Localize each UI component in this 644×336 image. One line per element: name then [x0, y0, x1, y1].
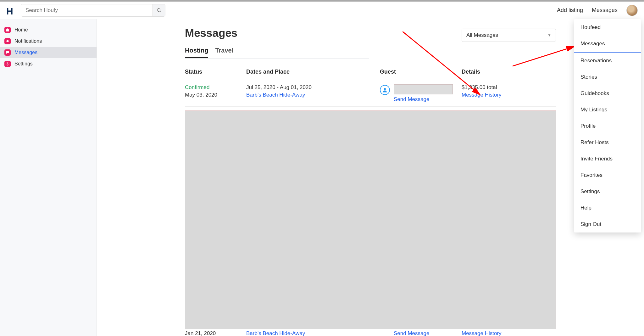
search-input[interactable]: [21, 4, 153, 16]
table-row: Confirmed May 03, 2020 Jul 25, 2020 - Au…: [185, 79, 556, 107]
message-icon: [4, 49, 11, 56]
date-range: Jul 25, 2020 - Aug 01, 2020: [246, 84, 380, 91]
sidebar-item-settings[interactable]: Settings: [0, 58, 97, 70]
dropdown-item-reservations[interactable]: Reservations: [574, 53, 641, 69]
dropdown-item-sign-out[interactable]: Sign Out: [574, 216, 641, 232]
dropdown-item-favorites[interactable]: Favorites: [574, 167, 641, 183]
search-icon: [157, 8, 162, 13]
user-dropdown-menu: Houfeed Messages Reservations Stories Gu…: [574, 19, 641, 232]
sidebar-item-label: Notifications: [14, 38, 42, 44]
guest-name-redacted: [394, 84, 453, 94]
redacted-content-block: [185, 110, 556, 329]
main-content: Messages All Messages ▼ Hosting Travel S…: [97, 19, 644, 336]
place-link[interactable]: Barb's Beach Hide-Away: [246, 330, 380, 336]
tab-hosting[interactable]: Hosting: [185, 47, 208, 58]
place-link[interactable]: Barb's Beach Hide-Away: [246, 92, 380, 98]
status-date: Jan 21, 2020: [185, 330, 246, 336]
sidebar: Home Notifications Messages Settings: [0, 19, 97, 336]
header-right: Add listing Messages: [557, 5, 640, 16]
sidebar-item-notifications[interactable]: Notifications: [0, 36, 97, 47]
gear-icon: [4, 61, 11, 67]
guest-avatar-icon: [380, 85, 390, 95]
dropdown-item-help[interactable]: Help: [574, 200, 641, 216]
sidebar-item-label: Messages: [14, 50, 37, 55]
messages-filter-select[interactable]: All Messages ▼: [462, 29, 556, 42]
column-details: Details: [462, 69, 556, 75]
dropdown-item-refer-hosts[interactable]: Refer Hosts: [574, 134, 641, 151]
table-row: Jan 21, 2020 Barb's Beach Hide-Away Send…: [185, 329, 556, 336]
status-date: May 03, 2020: [185, 92, 246, 98]
column-dates: Dates and Place: [246, 69, 380, 75]
messages-link[interactable]: Messages: [592, 7, 618, 14]
search-container: [21, 4, 165, 17]
chevron-down-icon: ▼: [547, 33, 551, 37]
search-button[interactable]: [153, 4, 165, 16]
column-status: Status: [185, 69, 246, 75]
tabs: Hosting Travel: [185, 47, 369, 59]
sidebar-item-label: Settings: [14, 61, 33, 67]
filter-selected-value: All Messages: [466, 32, 498, 38]
houfy-logo[interactable]: H: [6, 6, 15, 15]
status-value: Confirmed: [185, 84, 246, 91]
dropdown-item-messages[interactable]: Messages: [574, 36, 641, 53]
svg-point-0: [157, 8, 160, 11]
add-listing-link[interactable]: Add listing: [557, 7, 583, 14]
messages-table: Status Dates and Place Guest Details Con…: [185, 65, 556, 336]
dropdown-item-settings[interactable]: Settings: [574, 183, 641, 200]
table-header: Status Dates and Place Guest Details: [185, 65, 556, 79]
svg-point-3: [384, 88, 386, 90]
dropdown-item-my-listings[interactable]: My Listings: [574, 102, 641, 118]
tab-travel[interactable]: Travel: [215, 47, 233, 58]
svg-line-1: [160, 11, 161, 12]
column-guest: Guest: [380, 69, 462, 75]
user-avatar[interactable]: [626, 5, 638, 16]
dropdown-item-profile[interactable]: Profile: [574, 118, 641, 134]
bell-icon: [4, 38, 11, 44]
send-message-link[interactable]: Send Message: [394, 96, 453, 103]
booking-total: $1,335.00 total: [462, 84, 556, 91]
message-history-link[interactable]: Message History: [462, 330, 556, 336]
send-message-link[interactable]: Send Message: [394, 330, 429, 336]
app-header: H Add listing Messages: [0, 2, 644, 19]
dropdown-item-guidebooks[interactable]: Guidebooks: [574, 85, 641, 102]
sidebar-item-label: Home: [14, 27, 28, 33]
svg-point-2: [7, 64, 8, 64]
dropdown-item-invite-friends[interactable]: Invite Friends: [574, 151, 641, 167]
sidebar-item-messages[interactable]: Messages: [0, 47, 97, 58]
dropdown-item-houfeed[interactable]: Houfeed: [574, 19, 641, 36]
sidebar-item-home[interactable]: Home: [0, 24, 97, 36]
home-icon: [4, 27, 11, 33]
dropdown-item-stories[interactable]: Stories: [574, 69, 641, 85]
message-history-link[interactable]: Message History: [462, 92, 556, 98]
